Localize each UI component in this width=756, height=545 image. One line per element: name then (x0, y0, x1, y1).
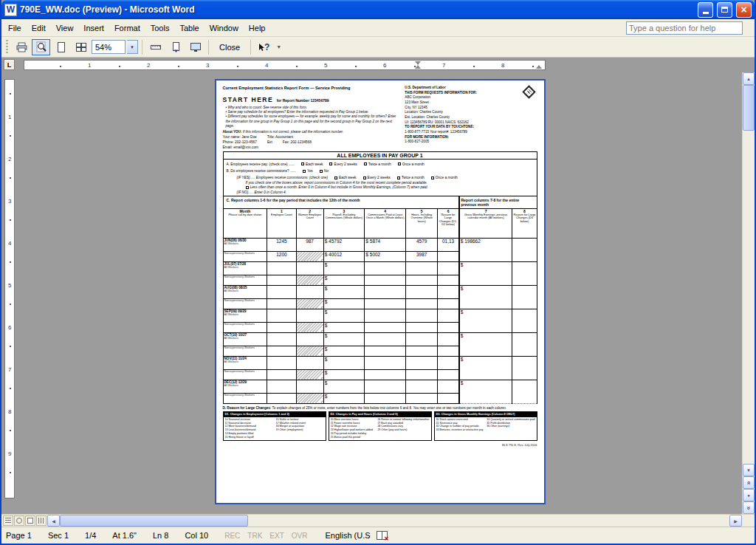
document-page[interactable]: Current Employment Statistics Report For… (215, 79, 546, 504)
data-cell (406, 322, 438, 332)
scroll-down-button[interactable]: ▼ (743, 464, 755, 476)
menu-insert[interactable]: Insert (78, 21, 109, 35)
normal-view-button[interactable] (3, 515, 13, 526)
horizontal-scroll-track[interactable] (248, 515, 729, 527)
web-layout-view-button[interactable] (14, 515, 24, 526)
maximize-button[interactable] (717, 2, 732, 18)
view-buttons (1, 515, 47, 527)
data-cell: $ (323, 309, 365, 322)
question-help-input[interactable] (626, 21, 743, 35)
section-b-label: B. Do employees receive commissions? ...… (227, 168, 296, 174)
outline-view-button[interactable] (36, 515, 47, 526)
if-yes-label: (IF YES)..... Employees receive commissi… (237, 174, 329, 181)
title-bar[interactable]: W 790E_WW.doc (Preview) - Microsoft Word… (1, 0, 755, 19)
data-cell (365, 298, 406, 309)
zoom-dropdown-button[interactable]: ▼ (127, 40, 138, 54)
menu-window[interactable]: Window (205, 21, 244, 35)
data-cell (438, 275, 459, 285)
one-page-button[interactable] (52, 39, 70, 55)
ruler-tick (10, 93, 11, 95)
data-cell (365, 322, 406, 332)
spelling-status-icon[interactable] (377, 531, 388, 540)
view-ruler-button[interactable] (146, 39, 165, 55)
multiple-pages-button[interactable] (72, 39, 90, 55)
vertical-ruler[interactable]: 123456789 (4, 79, 15, 498)
table-row-all-workers: DEC(12) 12/29All Workers$$ (223, 380, 537, 393)
data-cell (406, 261, 438, 275)
menu-view[interactable]: View (51, 21, 79, 35)
normal-view-icon (5, 518, 11, 524)
right-indent-marker[interactable] (536, 65, 542, 69)
hanging-indent-marker[interactable] (415, 65, 421, 69)
reason-cell (512, 309, 537, 332)
ruler-number: 9 (8, 450, 11, 457)
horizontal-scroll-thumb[interactable] (60, 515, 248, 527)
data-cell (296, 346, 323, 356)
minimize-icon (703, 12, 709, 14)
vertical-scrollbar[interactable]: ▲ ▼ » ● » (742, 72, 755, 514)
about-you-text: If this information is not correct, plea… (241, 130, 343, 134)
menu-tools[interactable]: Tools (145, 21, 175, 35)
section-a-label: A. Employees receive pay: (check one) ..… (227, 161, 295, 168)
status-toggle-trk[interactable]: TRK (247, 532, 262, 540)
print-button[interactable] (12, 39, 30, 55)
previous-page-button[interactable]: » (743, 476, 755, 489)
month-column-header: MonthPlease call by date shown (223, 208, 267, 238)
scroll-left-button[interactable]: ◀ (47, 515, 60, 527)
toolbar-drag-handle[interactable] (6, 40, 8, 55)
full-screen-button[interactable] (186, 39, 205, 55)
menu-file[interactable]: File (3, 21, 27, 35)
menu-edit[interactable]: Edit (27, 21, 51, 35)
ruler-tick (237, 66, 238, 67)
scroll-right-button[interactable]: ▶ (729, 515, 742, 527)
table-row-all-workers: SEP(09) 09/29All Workers$$ (223, 309, 537, 322)
month-cell-nonsup: Nonsupervisory Workers (223, 369, 267, 380)
scroll-up-button[interactable]: ▲ (743, 72, 755, 85)
preview-canvas[interactable]: Current Employment Statistics Report For… (18, 72, 742, 514)
ruler-tick (414, 66, 416, 67)
close-preview-button[interactable]: Close (213, 41, 247, 54)
status-toggle-ext[interactable]: EXT (269, 532, 284, 540)
month-cell-nonsup: Nonsupervisory Workers (223, 322, 267, 332)
next-page-button[interactable]: » (743, 501, 755, 514)
magnifier-button[interactable] (32, 39, 50, 55)
data-cell (438, 298, 459, 309)
close-button[interactable]: × (736, 2, 752, 18)
zoom-input[interactable]: 54% (92, 40, 126, 54)
tab-selector[interactable]: L (4, 59, 15, 70)
status-bar: Page 1 Sec 1 1/4 At 1.6" Ln 8 Col 10 REC… (1, 527, 755, 544)
status-toggle-rec[interactable]: REC (224, 532, 240, 540)
status-toggle-ovr[interactable]: OVR (292, 532, 308, 540)
data-cell: 4579 (406, 238, 438, 251)
data-cell (267, 309, 296, 322)
menu-format[interactable]: Format (109, 21, 145, 35)
ruler-number: 5 (324, 62, 327, 69)
reason-cell (512, 285, 537, 309)
minimize-button[interactable] (698, 2, 713, 18)
menu-table[interactable]: Table (174, 21, 204, 35)
magnifier-icon (35, 41, 47, 53)
print-layout-view-button[interactable] (25, 515, 35, 526)
report-number: for Report Number 123456789 (277, 98, 329, 103)
data-cell (267, 380, 296, 393)
toolbar-options-icon[interactable]: ▼ (276, 44, 281, 49)
column-header-1: 1Employee Count (267, 208, 296, 238)
select-browse-object-button[interactable]: ● (743, 489, 755, 501)
reason-code-item: 15 Hiring freeze or layoff (225, 436, 273, 439)
horizontal-ruler[interactable]: 12345678 (24, 60, 546, 70)
vertical-scroll-thumb[interactable] (743, 85, 755, 131)
section-d-text: To explain changes of 25% or more, enter… (271, 406, 506, 410)
shrink-to-fit-button[interactable] (166, 39, 185, 55)
commission-frequency-options: Each weekEvery 2 weeksTwice a monthOnce … (328, 174, 458, 181)
ruler-number: 3 (206, 62, 209, 69)
word-window: W 790E_WW.doc (Preview) - Microsoft Word… (0, 0, 756, 545)
data-cell (296, 332, 323, 346)
vertical-scroll-track[interactable] (743, 131, 755, 464)
data-cell: 1245 (267, 238, 296, 251)
vertical-ruler-column: 123456789 (1, 72, 18, 514)
data-cell (267, 285, 296, 298)
data-cell (365, 369, 406, 380)
checkbox-icon (397, 176, 400, 179)
context-help-button[interactable]: ? (255, 39, 273, 55)
menu-help[interactable]: Help (244, 21, 271, 35)
